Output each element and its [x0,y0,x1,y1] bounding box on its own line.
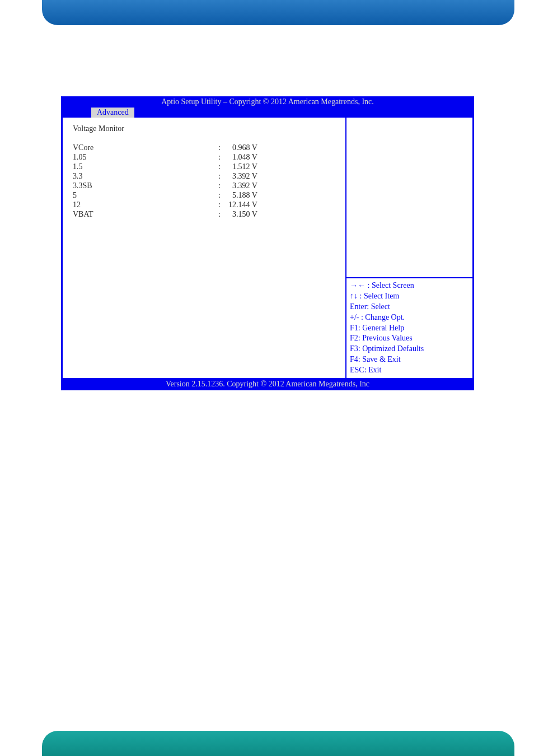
side-panel: →← : Select Screen ↑↓ : Select Item Ente… [346,118,472,378]
help-enter-select: Enter: Select [350,302,469,312]
reading-value-1-5: 1.512 V [228,162,335,171]
page-top-decoration [42,0,514,25]
reading-colon: : [218,143,228,152]
reading-value-3-3sb: 3.392 V [228,181,335,190]
bios-title-bar: Aptio Setup Utility – Copyright © 2012 A… [61,96,474,108]
main-panel: Voltage Monitor VCore : 0.968 V 1.05 : 1… [63,118,346,378]
reading-label-12: 12 [73,200,218,209]
reading-label-1-5: 1.5 [73,162,218,171]
tab-label: Advanced [97,108,129,116]
help-optimized-defaults: F3: Optimized Defaults [350,344,469,354]
reading-label-vbat: VBAT [73,210,218,219]
reading-label-3-3sb: 3.3SB [73,181,218,190]
bios-title-text: Aptio Setup Utility – Copyright © 2012 A… [161,97,374,106]
key-help-panel: →← : Select Screen ↑↓ : Select Item Ente… [346,278,472,378]
help-esc-exit: ESC: Exit [350,365,469,376]
bios-footer-bar: Version 2.15.1236. Copyright © 2012 Amer… [61,378,474,390]
reading-colon: : [218,172,228,181]
help-select-item: ↑↓ : Select Item [350,291,469,302]
reading-value-vcore: 0.968 V [228,143,335,152]
bios-body: Voltage Monitor VCore : 0.968 V 1.05 : 1… [61,118,474,378]
reading-label-1-05: 1.05 [73,153,218,162]
reading-value-3-3: 3.392 V [228,172,335,181]
help-select-screen: →← : Select Screen [350,281,469,291]
reading-colon: : [218,181,228,190]
reading-value-1-05: 1.048 V [228,153,335,162]
page-bottom-decoration [42,731,514,756]
help-save-exit: F4: Save & Exit [350,354,469,365]
help-general-help: F1: General Help [350,323,469,334]
reading-colon: : [218,210,228,219]
reading-value-5: 5.188 V [228,191,335,200]
help-previous-values: F2: Previous Values [350,333,469,344]
voltage-readings: VCore : 0.968 V 1.05 : 1.048 V 1.5 : 1.5… [73,143,335,219]
bios-setup-window: Aptio Setup Utility – Copyright © 2012 A… [61,96,474,390]
reading-colon: : [218,200,228,209]
reading-colon: : [218,162,228,171]
reading-label-3-3: 3.3 [73,172,218,181]
reading-label-vcore: VCore [73,143,218,152]
menu-tab-row: Advanced [61,108,474,118]
help-change-opt: +/- : Change Opt. [350,312,469,323]
bios-footer-text: Version 2.15.1236. Copyright © 2012 Amer… [166,380,369,388]
reading-colon: : [218,191,228,200]
reading-value-vbat: 3.150 V [228,210,335,219]
reading-colon: : [218,153,228,162]
reading-label-5: 5 [73,191,218,200]
reading-value-12: 12.144 V [228,200,335,209]
description-panel [346,118,472,277]
section-title: Voltage Monitor [73,124,335,133]
tab-advanced[interactable]: Advanced [91,108,134,118]
